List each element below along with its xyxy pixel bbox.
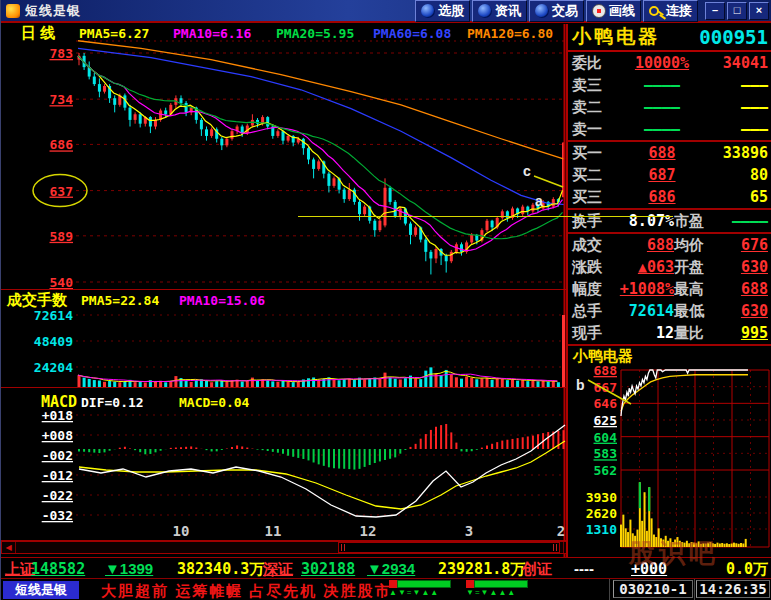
title-bar: 短线是银 选股资讯交易画线连接 – □ × [1,0,771,23]
gauge-triangles: ▼=▼▲▲▲ [466,588,528,598]
intraday-price-label: 646 [594,396,618,411]
quote-label: 成交 [572,236,618,255]
menu-bar: 选股资讯交易画线连接 [415,0,700,22]
chart-scrollbar[interactable]: ◀ ▶ [1,541,578,554]
quote-value: 12 [618,324,674,342]
index-item-1: 148582 [31,560,85,578]
quote-value-2: 33896 [706,144,768,162]
quote-value: 688 [618,144,706,162]
window-title: 短线是银 [25,2,81,20]
annotation-letter-a: a [535,193,543,209]
index-item-2: ▼1399 [105,560,153,577]
menu-item-label: 交易 [552,2,578,20]
vol-ma5-legend: PMA5=22.84 [81,293,159,308]
menu-item-1[interactable]: 资讯 [472,0,527,22]
quote-panel: 小鸭电器 000951 委比10000%34041卖三———————卖二————… [566,24,771,557]
quote-row-买二: 买二68780 [568,164,771,186]
intraday-vol-label: 1310 [586,522,617,537]
thumb-grip [553,544,557,551]
menu-item-4[interactable]: 连接 [643,0,698,22]
quote-value-2: ——— [706,98,768,116]
menu-item-3[interactable]: 画线 [586,0,641,22]
xaxis-month-label: 10 [173,523,190,539]
ma-line-PMA120 [78,41,565,160]
xaxis-month-label: 2 [557,523,565,539]
macd-ylabel: -012 [42,468,73,483]
ma-legend-0: PMA5=6.27 [79,26,149,41]
xaxis-month-label: 11 [265,523,282,539]
minimize-button[interactable]: – [705,2,725,20]
tab-duanxianshiyin[interactable]: 短线是银 [3,581,79,599]
macd-ylabel: -022 [42,488,73,503]
dif-line [79,425,565,517]
ma-line-PMA5 [78,56,563,255]
daily-chart-canvas: 日 线PMA5=6.27PMA10=6.16PMA20=5.95PMA60=6.… [1,24,566,557]
quote-value-2: ———— [722,212,768,230]
macd-ylabel: -002 [42,448,73,463]
window-controls: – □ × [703,2,769,20]
app-icon [6,4,20,18]
quote-value: 10000% [618,54,706,72]
ma-legend-3: PMA60=6.08 [373,26,451,41]
quote-row-买一: 买一68833896 [568,142,771,164]
quote-label: 买二 [572,166,618,185]
clock: 14:26:35 [696,580,770,598]
intraday-price-label: 604 [594,430,618,445]
scrollbar-left-arrow-icon[interactable]: ◀ [2,542,16,553]
app-window: 短线是银 选股资讯交易画线连接 – □ × 日 线PMA5=6.27PMA10=… [0,0,771,600]
quote-label-2: 均价 [674,236,722,255]
quote-rows: 委比10000%34041卖三———————卖二———————卖一———————… [568,52,771,346]
drawn-horizontal-trendline [298,216,673,217]
quote-value: ———— [618,98,706,116]
quote-label: 总手 [572,302,618,321]
maximize-button[interactable]: □ [727,2,747,20]
price-ylabel: 686 [50,137,74,152]
menu-item-label: 画线 [609,2,635,20]
dif-legend: DIF=0.12 [81,395,144,410]
intraday-vol-label: 2620 [586,506,617,521]
ma-line-PMA10 [78,56,563,251]
quote-label: 买一 [572,144,618,163]
quote-value-2: 80 [706,166,768,184]
quote-row-卖二: 卖二——————— [568,96,771,118]
menu-item-0[interactable]: 选股 [415,0,470,22]
intraday-price-label: 625 [594,413,617,428]
index-item-4: 深证 [263,560,293,579]
intraday-price-label: 562 [594,463,617,478]
vol-ma10-legend: PMA10=15.06 [179,293,265,308]
quote-label: 委比 [572,54,618,73]
price-ylabel: 589 [50,229,73,244]
gauge-red-segment [389,580,397,588]
quote-label: 卖二 [572,98,618,117]
intraday-title: 小鸭电器 [568,346,771,366]
intraday-price-label: 688 [594,366,618,378]
index-item-6: ▼2934 [367,560,415,577]
quote-row-涨跌: 涨跌▲063开盘630 [568,256,771,278]
volume-ylabel: 72614 [34,308,73,323]
compass-icon [592,4,606,18]
scrollbar-thumb[interactable] [338,542,560,553]
quote-label: 现手 [572,324,618,343]
macd-ylabel: +008 [42,428,73,443]
quote-value-2: 688 [722,280,768,298]
index-item-8: 创证 [522,560,552,579]
annotation-letter-b: b [576,377,585,393]
price-ylabel: 734 [50,92,74,107]
gauge-green-segment [397,580,451,588]
quote-row-总手: 总手72614最低630 [568,300,771,322]
intraday-chart-canvas: 688667646625604583562393026201310b [568,366,771,558]
quote-value: +1008% [618,280,674,298]
quote-label: 换手 [572,212,618,231]
quote-label: 幅度 [572,280,618,299]
quote-label-2: 最高 [674,280,722,299]
menu-item-2[interactable]: 交易 [529,0,584,22]
stock-name: 小鸭电器 [572,24,660,50]
quote-value-2: 65 [706,188,768,206]
ma-legend-1: PMA10=6.16 [173,26,251,41]
close-button[interactable]: × [749,2,769,20]
price-ylabel: 783 [50,46,73,61]
menu-item-label: 选股 [438,2,464,20]
quote-value-2: 630 [722,302,768,320]
gauge-triangles: ▲▼=▼▲▲ [389,588,451,598]
globe-icon [535,4,549,18]
